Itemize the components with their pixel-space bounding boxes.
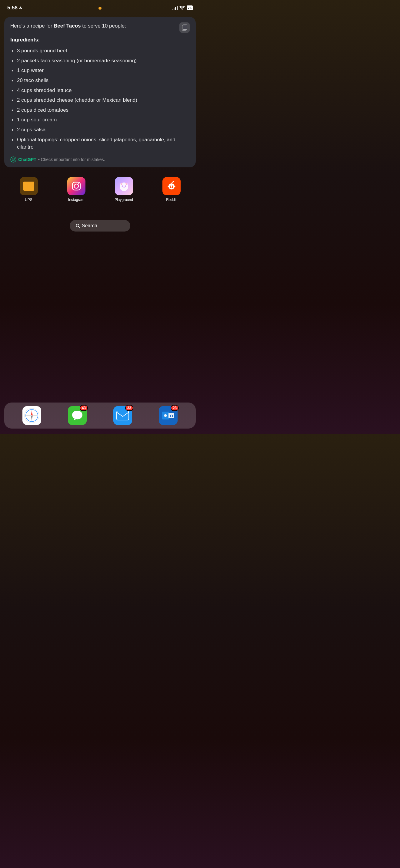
svg-point-7: [78, 183, 79, 185]
svg-marker-0: [19, 6, 22, 9]
instagram-icon[interactable]: [67, 177, 85, 195]
location-arrow-icon: [19, 6, 22, 10]
reddit-logo-icon: [166, 180, 178, 192]
instagram-label: Instagram: [68, 198, 84, 202]
ingredient-item: 2 cups salsa: [10, 125, 190, 135]
svg-point-6: [74, 184, 79, 188]
svg-point-23: [172, 181, 174, 183]
ups-icon[interactable]: UPS: [20, 177, 38, 195]
reddit-icon[interactable]: [163, 177, 180, 195]
search-area: Search: [0, 220, 200, 231]
apps-row: UPS UPS Instagram: [0, 167, 200, 202]
svg-point-20: [170, 186, 171, 186]
popup-header: Here's a recipe for Beef Tacos to serve …: [10, 22, 190, 33]
app-item-ups[interactable]: UPS UPS: [17, 177, 41, 202]
svg-point-17: [169, 183, 175, 189]
ingredient-item: 4 cups shredded lettuce: [10, 86, 190, 96]
time-display: 5:58: [7, 5, 18, 11]
instagram-logo-icon: [71, 181, 82, 192]
playground-label: Playground: [115, 198, 133, 202]
chatgpt-popup: Here's a recipe for Beef Tacos to serve …: [4, 17, 196, 167]
status-time: 5:58: [7, 5, 22, 11]
ingredient-item: Optional toppings: chopped onions, slice…: [10, 135, 190, 152]
ingredient-item: 2 packets taco seasoning (or homemade se…: [10, 56, 190, 66]
svg-point-24: [168, 186, 169, 187]
app-item-reddit[interactable]: Reddit: [160, 177, 183, 202]
svg-point-21: [172, 186, 173, 186]
ingredient-item: 2 cups shredded cheese (cheddar or Mexic…: [10, 95, 190, 105]
ingredients-heading: Ingredients:: [10, 37, 190, 43]
svg-point-25: [174, 186, 175, 187]
copy-icon: [182, 25, 187, 31]
dock-item-mail[interactable]: 33: [113, 406, 132, 425]
battery-level: 76: [188, 6, 192, 10]
svg-rect-3: [183, 25, 187, 29]
popup-intro: Here's a recipe for Beef Tacos to serve …: [10, 22, 179, 30]
ingredient-item: 2 cups diced tomatoes: [10, 105, 190, 115]
ingredient-item: 1 cup water: [10, 66, 190, 76]
search-bar[interactable]: Search: [70, 220, 130, 231]
playground-logo-icon: [117, 180, 131, 193]
chatgpt-logo-icon: [10, 156, 17, 162]
svg-point-15: [123, 187, 124, 188]
status-bar: 5:58 76: [0, 0, 200, 14]
search-icon: [76, 224, 80, 228]
battery-icon: 76: [187, 5, 193, 10]
chatgpt-footer: ChatGPT • Check important info for mista…: [10, 156, 190, 162]
svg-point-1: [181, 9, 182, 10]
svg-rect-34: [117, 411, 129, 420]
ingredient-item: 3 pounds ground beef: [10, 46, 190, 56]
messages-badge: 43: [80, 405, 88, 411]
messages-logo-icon: [71, 410, 83, 421]
svg-line-27: [79, 227, 80, 228]
app-item-playground[interactable]: Playground: [112, 177, 136, 202]
svg-point-9: [121, 186, 123, 187]
ingredient-list: 3 pounds ground beef2 packets taco seaso…: [10, 46, 190, 152]
dock: 43 33 28 O: [4, 403, 196, 429]
status-right-icons: 76: [172, 5, 193, 10]
svg-rect-5: [73, 182, 80, 190]
chatgpt-brand-label: ChatGPT: [18, 157, 36, 162]
dock-item-safari[interactable]: [22, 406, 41, 425]
mail-badge: 33: [125, 405, 133, 411]
playground-icon[interactable]: [115, 177, 133, 195]
chatgpt-disclaimer-text: • Check important info for mistakes.: [38, 157, 105, 162]
search-bar-label: Search: [82, 223, 97, 228]
ingredient-item: 1 cup sour cream: [10, 115, 190, 125]
ingredient-item: 20 taco shells: [10, 76, 190, 86]
reddit-label: Reddit: [166, 198, 177, 202]
signal-icon: [172, 6, 178, 10]
ups-label: UPS: [25, 198, 32, 202]
camera-dot: [98, 7, 102, 10]
svg-text:O: O: [170, 414, 173, 418]
safari-app-icon[interactable]: [22, 406, 41, 425]
app-item-instagram[interactable]: Instagram: [64, 177, 88, 202]
copy-button[interactable]: [179, 22, 190, 33]
mail-logo-icon: [116, 410, 130, 421]
svg-point-4: [10, 157, 16, 162]
outlook-badge: 28: [171, 405, 179, 411]
safari-logo-icon: [24, 408, 40, 424]
svg-point-10: [124, 186, 126, 187]
wifi-icon: [179, 6, 185, 10]
dock-item-messages[interactable]: 43: [68, 406, 87, 425]
dock-item-outlook[interactable]: 28 O: [159, 406, 178, 425]
